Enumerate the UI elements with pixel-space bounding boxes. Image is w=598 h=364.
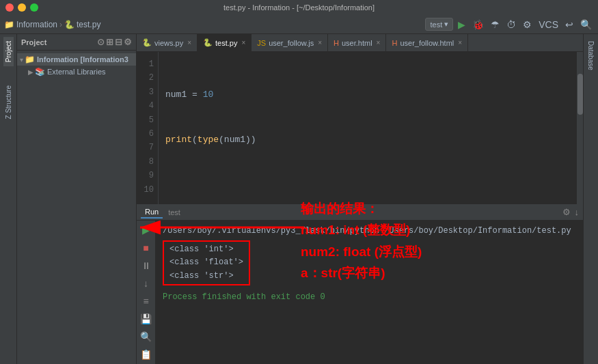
coverage-button[interactable]: ☂	[489, 18, 502, 31]
run-tab-run[interactable]: Run	[141, 206, 163, 219]
sidebar-item-structure[interactable]: Z Structure	[3, 81, 14, 123]
terminal-panel: ▶ ■ ⏸ ↓ ≡ 💾 🔍 📋 ✕ ? /Users/boy/.virtuale…	[137, 221, 583, 364]
terminal-filter-icon[interactable]: 🔍	[139, 330, 153, 344]
run-toolbar-right: ⚙ ↓	[562, 207, 580, 217]
scrollbar-thumb	[577, 74, 583, 115]
run-tab-separator: test	[168, 208, 180, 216]
js-file-icon: JS	[257, 39, 266, 47]
terminal-inner: /Users/boy/.virtualenvs/py3_flask/bin/py…	[163, 225, 576, 304]
html-file-icon: H	[392, 39, 397, 47]
vcs-button[interactable]: VCS	[536, 18, 560, 31]
undo-button[interactable]: ↩	[563, 18, 575, 31]
tab-label-user-follow-js: user_follow.js	[269, 39, 314, 47]
terminal-step-icon[interactable]: ↓	[142, 277, 150, 290]
sync-icon[interactable]: ⊙	[97, 37, 105, 47]
breadcrumb-file[interactable]: test.py	[77, 20, 100, 29]
line-numbers: 1 2 3 4 5 6 7 8 9 10	[137, 52, 159, 204]
breadcrumb: 📁 Information › 🐍 test.py	[4, 20, 100, 29]
terminal-pause-icon[interactable]: ⏸	[140, 259, 152, 272]
tab-test-py[interactable]: 🐍 test.py ×	[198, 34, 252, 51]
gear-icon[interactable]: ⚙	[124, 37, 132, 47]
title-bar: test.py - Information - [~/Desktop/Infor…	[0, 0, 598, 15]
tab-user-follow-js[interactable]: JS user_follow.js ×	[252, 34, 328, 51]
code-line-2: print(type(num1))	[165, 132, 569, 148]
folder-icon: 📁	[4, 20, 14, 29]
terminal-output-block: <class 'int'> <class 'float'> <class 'st…	[163, 240, 576, 285]
pin-icon[interactable]: ↓	[575, 207, 580, 217]
terminal-output-highlighted: <class 'int'> <class 'float'> <class 'st…	[163, 240, 250, 285]
tree-item-information[interactable]: ▾ 📁 Information [Information3	[17, 53, 136, 66]
database-tab[interactable]: Database	[586, 37, 596, 74]
nav-run-area: test ▾ ▶ 🐞 ☂ ⏱ ⚙ VCS ↩ 🔍	[425, 18, 594, 31]
gear-icon[interactable]: ⚙	[562, 207, 571, 217]
code-editor: 1 2 3 4 5 6 7 8 9 10 num1 = 10 print(typ…	[137, 52, 583, 204]
code-content[interactable]: num1 = 10 print(type(num1)) num2 = 1.99 …	[159, 52, 576, 204]
search-button[interactable]: 🔍	[578, 18, 594, 31]
terminal-process-status: Process finished with exit code 0	[163, 291, 576, 304]
tree-label-external-libs: External Libraries	[47, 68, 106, 76]
tab-label-test-py: test.py	[215, 39, 237, 47]
tab-close-views-py[interactable]: ×	[187, 39, 191, 46]
tree-label-information: Information [Information3	[37, 55, 128, 64]
tab-user-follow-html[interactable]: H user_follow.html ×	[386, 34, 468, 51]
terminal-stop-icon[interactable]: ■	[141, 241, 150, 255]
left-sidebar: Project Z Structure	[0, 34, 17, 364]
run-config-label: test	[430, 20, 442, 29]
tree-item-external-libs[interactable]: ▶ 📚 External Libraries	[17, 66, 136, 78]
tab-close-user-follow-js[interactable]: ×	[318, 39, 322, 46]
collapse-icon[interactable]: ⊟	[115, 37, 122, 47]
nav-bar: 📁 Information › 🐍 test.py test ▾ ▶ 🐞 ☂ ⏱…	[0, 15, 598, 34]
panel-header: Project ⊙ ⊞ ⊟ ⚙	[17, 34, 136, 51]
terminal-output-1: <class 'int'>	[169, 243, 243, 256]
close-button[interactable]	[5, 3, 14, 12]
tab-close-user-html[interactable]: ×	[377, 39, 381, 46]
tree-arrow-icon: ▶	[28, 68, 33, 76]
breadcrumb-project[interactable]: Information	[16, 20, 57, 29]
terminal-scroll-icon[interactable]: ≡	[141, 294, 150, 308]
expand-icon[interactable]: ⊞	[106, 37, 113, 47]
editor-scrollbar[interactable]	[576, 52, 583, 204]
right-sidebar: Database	[583, 34, 598, 364]
python-file-icon: 🐍	[203, 38, 213, 47]
python-file-icon: 🐍	[142, 38, 152, 47]
html-file-icon: H	[334, 39, 339, 47]
traffic-lights	[5, 3, 38, 12]
terminal-save-icon[interactable]: 💾	[139, 312, 153, 326]
terminal-play-icon[interactable]: ▶	[141, 223, 151, 237]
settings-button[interactable]: ⚙	[521, 18, 534, 31]
tab-label-views-py: views.py	[154, 39, 183, 47]
terminal-output-2: <class 'float'>	[169, 256, 243, 269]
tree-arrow-icon: ▾	[20, 56, 23, 64]
tab-label-user-html: user.html	[342, 39, 372, 47]
project-tree: ▾ 📁 Information [Information3 ▶ 📚 Extern…	[17, 51, 136, 364]
terminal-expand-icon[interactable]: 📋	[139, 348, 153, 361]
terminal-left-icons: ▶ ■ ⏸ ↓ ≡ 💾 🔍 📋 ✕ ?	[137, 221, 156, 364]
editor-area: 🐍 views.py × 🐍 test.py × JS user_follow.…	[137, 34, 583, 364]
panel-toolbar: ⊙ ⊞ ⊟ ⚙	[97, 37, 132, 47]
panel-title: Project	[21, 38, 46, 46]
run-config-dropdown[interactable]: test ▾	[425, 18, 453, 31]
library-icon: 📚	[35, 67, 45, 76]
chevron-icon: ›	[59, 20, 62, 29]
profile-button[interactable]: ⏱	[504, 18, 518, 31]
code-line-3	[165, 178, 569, 193]
sidebar-item-project[interactable]: Project	[3, 37, 14, 66]
minimize-button[interactable]	[18, 3, 26, 12]
tab-close-test-py[interactable]: ×	[241, 39, 245, 46]
tab-views-py[interactable]: 🐍 views.py ×	[137, 34, 198, 51]
maximize-button[interactable]	[30, 3, 38, 12]
chevron-down-icon: ▾	[444, 20, 448, 29]
terminal-output-3: <class 'str'>	[169, 270, 243, 283]
process-status-text: Process finished with exit code 0	[163, 292, 325, 302]
tab-label-user-follow-html: user_follow.html	[400, 39, 454, 47]
terminal-command: /Users/boy/.virtualenvs/py3_flask/bin/py…	[163, 225, 576, 238]
tab-close-user-follow-html[interactable]: ×	[458, 39, 462, 46]
project-panel: Project ⊙ ⊞ ⊟ ⚙ ▾ 📁 Information [Informa…	[17, 34, 137, 364]
code-line-1: num1 = 10	[165, 87, 569, 102]
play-button[interactable]: ▶	[456, 18, 467, 31]
tab-bar: 🐍 views.py × 🐍 test.py × JS user_follow.…	[137, 34, 583, 52]
debug-button[interactable]: 🐞	[470, 18, 486, 31]
main-area: Project Z Structure Project ⊙ ⊞ ⊟ ⚙ ▾ 📁 …	[0, 34, 598, 364]
tab-user-html[interactable]: H user.html ×	[328, 34, 386, 51]
file-icon: 🐍	[64, 20, 74, 29]
